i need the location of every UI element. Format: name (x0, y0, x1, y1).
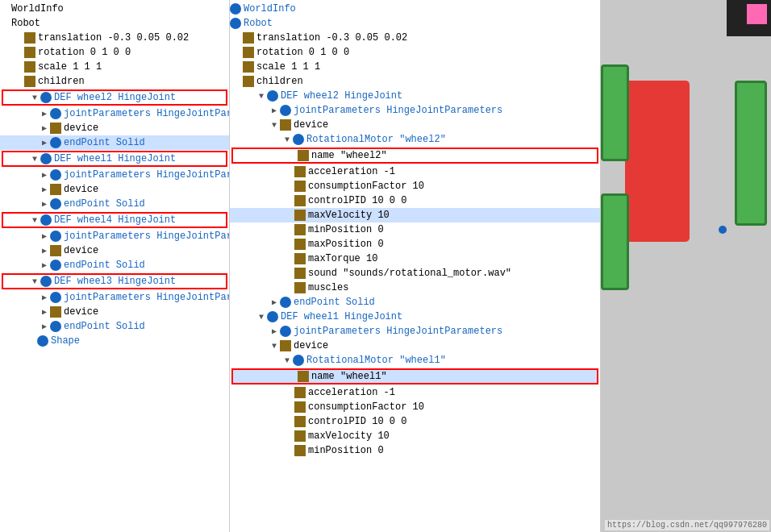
list-item[interactable]: consumptionFactor 10 (230, 400, 600, 414)
list-item[interactable]: rotation 0 1 0 0 (230, 45, 600, 60)
expand-icon[interactable]: ▶ (39, 293, 50, 302)
expand-icon[interactable]: ▼ (29, 277, 40, 286)
def-wheel2-item[interactable]: ▼ DEF wheel2 HingeJoint (2, 89, 227, 106)
list-item[interactable]: ▶ jointParameters HingeJointParame... (0, 229, 229, 243)
expand-icon[interactable]: ▶ (269, 106, 280, 115)
item-label: WorldInfo (244, 3, 296, 15)
item-label: translation -0.3 0.05 0.02 (256, 32, 407, 44)
brown-icon (294, 416, 306, 427)
list-item[interactable]: scale 1 1 1 (230, 60, 600, 74)
item-label: scale 1 1 1 (38, 61, 102, 73)
expand-icon[interactable]: ▶ (269, 326, 280, 336)
expand-icon[interactable]: ▼ (256, 92, 267, 101)
expand-icon[interactable]: ▶ (39, 109, 50, 118)
list-item[interactable]: translation -0.3 0.05 0.02 (230, 31, 600, 45)
expand-icon[interactable]: ▶ (39, 307, 50, 317)
expand-icon[interactable]: ▶ (39, 231, 50, 241)
list-item[interactable]: ▶ device (0, 305, 229, 319)
list-item[interactable]: ▶ device (0, 121, 229, 135)
list-item[interactable]: WorldInfo (0, 2, 229, 16)
item-label: children (38, 76, 85, 87)
expand-icon[interactable]: ▶ (39, 138, 50, 148)
expand-icon[interactable]: ▼ (269, 121, 280, 130)
middle-tree-panel[interactable]: WorldInfo Robot translation -0.3 0.05 0.… (230, 0, 601, 532)
expand-icon[interactable]: ▼ (281, 135, 293, 144)
item-label: maxPosition 0 (308, 239, 384, 250)
list-item[interactable]: ▼ device (230, 118, 600, 132)
viewport-panel[interactable]: https://blog.csdn.net/qq997976280 (601, 0, 771, 532)
left-tree-panel[interactable]: WorldInfo Robot translation -0.3 0.05 0.… (0, 0, 230, 532)
brown-icon (294, 445, 306, 456)
list-item[interactable]: scale 1 1 1 (0, 60, 229, 74)
list-item[interactable]: acceleration -1 (230, 385, 600, 400)
name-wheel1-item[interactable]: name "wheel1" (231, 368, 598, 384)
expand-icon[interactable]: ▶ (269, 297, 280, 307)
list-item[interactable]: ▶ endPoint Solid (230, 295, 600, 310)
list-item[interactable]: ▼ DEF wheel1 HingeJoint (230, 310, 600, 324)
name-wheel2-item[interactable]: name "wheel2" (231, 148, 598, 164)
item-label: children (256, 76, 303, 87)
expand-icon[interactable]: ▶ (39, 123, 50, 133)
list-item[interactable]: children (0, 74, 229, 89)
list-item[interactable]: rotation 0 1 0 0 (0, 45, 229, 60)
brown-icon (24, 61, 35, 73)
expand-icon[interactable]: ▼ (29, 155, 40, 164)
blue-circle-icon (267, 311, 278, 322)
list-item[interactable]: Shape (0, 334, 229, 348)
brown-icon (243, 61, 254, 73)
list-item[interactable]: ▶ jointParameters HingeJointParameters (230, 324, 600, 339)
expand-icon[interactable]: ▼ (281, 356, 293, 365)
blue-circle-icon (40, 276, 52, 287)
expand-icon[interactable]: ▶ (39, 185, 50, 194)
list-item[interactable]: maxVelocity 10 (230, 208, 600, 222)
expand-icon[interactable]: ▶ (39, 322, 50, 331)
corner-pink (747, 4, 767, 24)
list-item[interactable]: minPosition 0 (230, 443, 600, 458)
list-item[interactable]: Robot (0, 16, 229, 31)
list-item[interactable]: ▶ device (0, 243, 229, 258)
expand-icon[interactable]: ▶ (39, 246, 50, 256)
list-item[interactable]: maxTorque 10 (230, 251, 600, 266)
def-wheel1-item[interactable]: ▼ DEF wheel1 HingeJoint (2, 151, 227, 167)
list-item[interactable]: ▼ RotationalMotor "wheel2" (230, 132, 600, 147)
list-item[interactable]: ▼ DEF wheel2 HingeJoint (230, 89, 600, 103)
expand-icon[interactable]: ▶ (39, 260, 50, 270)
list-item[interactable]: ▶ endPoint Solid (0, 258, 229, 272)
def-wheel3-item[interactable]: ▼ DEF wheel3 HingeJoint (2, 273, 227, 289)
expand-icon[interactable]: ▶ (39, 170, 50, 180)
brown-icon (294, 210, 306, 221)
list-item[interactable]: ▼ RotationalMotor "wheel1" (230, 353, 600, 368)
list-item[interactable]: ▶ jointParameters HingeJointParame... (0, 106, 229, 121)
list-item[interactable]: ▶ endPoint Solid (0, 197, 229, 211)
expand-icon[interactable]: ▼ (29, 94, 40, 102)
list-item[interactable]: maxVelocity 10 (230, 429, 600, 443)
list-item[interactable]: ▶ jointParameters HingeJointParameters (230, 103, 600, 118)
list-item[interactable]: ▶ device (0, 182, 229, 197)
list-item[interactable]: ▶ jointParameters HingeJointParame... (0, 168, 229, 182)
expand-icon[interactable]: ▼ (269, 342, 280, 351)
item-label: endPoint Solid (64, 321, 145, 332)
list-item[interactable]: ▶ jointParameters HingeJointParame... (0, 290, 229, 305)
list-item[interactable]: muscles (230, 281, 600, 295)
expand-icon[interactable]: ▶ (39, 199, 50, 209)
brown-icon (243, 32, 254, 44)
list-item[interactable]: maxPosition 0 (230, 237, 600, 251)
list-item[interactable]: WorldInfo (230, 2, 600, 16)
list-item[interactable]: sound "sounds/rotational_motor.wav" (230, 266, 600, 281)
list-item[interactable]: ▶ endPoint Solid (0, 135, 229, 150)
list-item[interactable]: minPosition 0 (230, 222, 600, 237)
list-item[interactable]: Robot (230, 16, 600, 31)
blue-circle-icon (230, 18, 241, 29)
def-wheel4-item[interactable]: ▼ DEF wheel4 HingeJoint (2, 212, 227, 228)
list-item[interactable]: controlPID 10 0 0 (230, 414, 600, 429)
list-item[interactable]: acceleration -1 (230, 164, 600, 179)
expand-icon[interactable]: ▼ (29, 216, 40, 225)
list-item[interactable]: ▶ endPoint Solid (0, 319, 229, 334)
list-item[interactable]: translation -0.3 0.05 0.02 (0, 31, 229, 45)
list-item[interactable]: ▼ device (230, 339, 600, 353)
list-item[interactable]: consumptionFactor 10 (230, 179, 600, 193)
expand-icon[interactable]: ▼ (256, 313, 267, 322)
list-item[interactable]: controlPID 10 0 0 (230, 193, 600, 208)
list-item[interactable]: children (230, 74, 600, 89)
3d-viewport: https://blog.csdn.net/qq997976280 (601, 0, 771, 532)
